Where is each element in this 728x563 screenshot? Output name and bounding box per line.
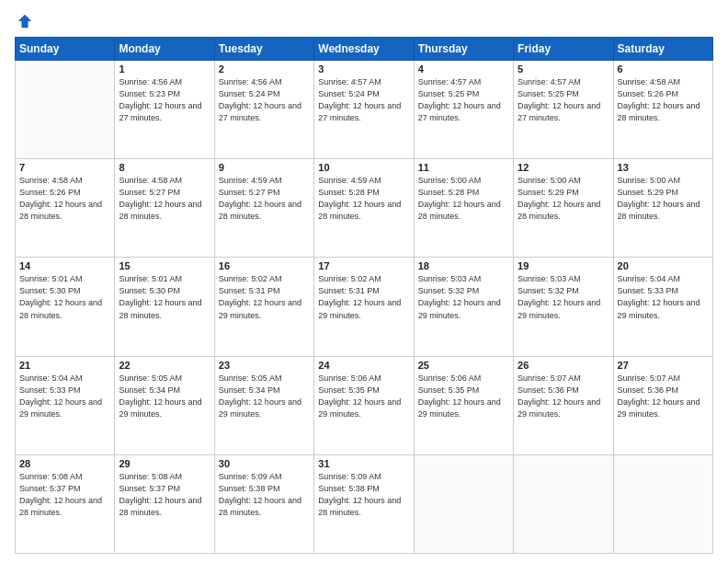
day-number: 28 (19, 458, 110, 469)
day-number: 4 (418, 63, 509, 75)
calendar-cell: 8Sunrise: 4:58 AMSunset: 5:27 PMDaylight… (115, 159, 214, 258)
col-header-monday: Monday (115, 38, 214, 61)
calendar-cell: 9Sunrise: 4:59 AMSunset: 5:27 PMDaylight… (214, 159, 313, 258)
calendar-cell: 30Sunrise: 5:09 AMSunset: 5:38 PMDayligh… (214, 454, 313, 553)
day-number: 22 (119, 360, 210, 371)
day-number: 19 (518, 260, 609, 271)
calendar-cell: 2Sunrise: 4:56 AMSunset: 5:24 PMDaylight… (214, 61, 313, 159)
day-info: Sunrise: 5:00 AMSunset: 5:29 PMDaylight:… (518, 175, 609, 223)
week-row-4: 21Sunrise: 5:04 AMSunset: 5:33 PMDayligh… (16, 356, 713, 454)
calendar-cell: 26Sunrise: 5:07 AMSunset: 5:36 PMDayligh… (514, 356, 613, 454)
calendar-cell (414, 454, 513, 553)
day-number: 6 (618, 63, 709, 75)
calendar-cell: 7Sunrise: 4:58 AMSunset: 5:26 PMDaylight… (16, 159, 115, 258)
week-row-5: 28Sunrise: 5:08 AMSunset: 5:37 PMDayligh… (16, 454, 713, 553)
day-number: 30 (219, 458, 310, 469)
calendar-cell: 22Sunrise: 5:05 AMSunset: 5:34 PMDayligh… (115, 356, 214, 454)
day-number: 31 (318, 458, 409, 469)
day-number: 24 (318, 360, 409, 371)
week-row-2: 7Sunrise: 4:58 AMSunset: 5:26 PMDaylight… (16, 159, 713, 258)
day-info: Sunrise: 5:07 AMSunset: 5:36 PMDaylight:… (518, 373, 609, 420)
day-number: 29 (119, 458, 210, 469)
day-number: 17 (318, 260, 409, 271)
day-info: Sunrise: 5:01 AMSunset: 5:30 PMDaylight:… (19, 273, 110, 321)
day-number: 15 (119, 260, 210, 271)
calendar-cell: 23Sunrise: 5:05 AMSunset: 5:34 PMDayligh… (214, 356, 313, 454)
day-info: Sunrise: 5:07 AMSunset: 5:36 PMDaylight:… (618, 373, 709, 420)
day-number: 16 (219, 260, 310, 271)
calendar-cell: 19Sunrise: 5:03 AMSunset: 5:32 PMDayligh… (514, 258, 613, 356)
day-info: Sunrise: 4:58 AMSunset: 5:26 PMDaylight:… (618, 76, 709, 124)
day-info: Sunrise: 4:59 AMSunset: 5:27 PMDaylight:… (219, 175, 310, 223)
calendar-cell: 16Sunrise: 5:02 AMSunset: 5:31 PMDayligh… (214, 258, 313, 356)
logo (15, 13, 33, 29)
day-info: Sunrise: 5:04 AMSunset: 5:33 PMDaylight:… (618, 273, 709, 321)
day-info: Sunrise: 5:03 AMSunset: 5:32 PMDaylight:… (518, 273, 609, 321)
week-row-3: 14Sunrise: 5:01 AMSunset: 5:30 PMDayligh… (16, 258, 713, 356)
day-info: Sunrise: 5:05 AMSunset: 5:34 PMDaylight:… (219, 373, 310, 420)
day-number: 10 (318, 162, 409, 173)
calendar-cell: 27Sunrise: 5:07 AMSunset: 5:36 PMDayligh… (613, 356, 712, 454)
col-header-friday: Friday (514, 38, 613, 61)
calendar-cell: 4Sunrise: 4:57 AMSunset: 5:25 PMDaylight… (414, 61, 513, 159)
day-info: Sunrise: 5:06 AMSunset: 5:35 PMDaylight:… (318, 373, 409, 420)
day-number: 2 (219, 63, 310, 75)
page: SundayMondayTuesdayWednesdayThursdayFrid… (0, 0, 728, 563)
calendar-cell: 29Sunrise: 5:08 AMSunset: 5:37 PMDayligh… (115, 454, 214, 553)
calendar-cell: 28Sunrise: 5:08 AMSunset: 5:37 PMDayligh… (16, 454, 115, 553)
calendar-cell (16, 61, 115, 159)
day-number: 25 (418, 360, 509, 371)
day-info: Sunrise: 5:02 AMSunset: 5:31 PMDaylight:… (219, 273, 310, 321)
week-row-1: 1Sunrise: 4:56 AMSunset: 5:23 PMDaylight… (16, 61, 713, 159)
calendar-table: SundayMondayTuesdayWednesdayThursdayFrid… (15, 37, 713, 554)
day-info: Sunrise: 5:04 AMSunset: 5:33 PMDaylight:… (19, 373, 110, 420)
logo-icon (17, 13, 33, 29)
calendar-cell: 6Sunrise: 4:58 AMSunset: 5:26 PMDaylight… (613, 61, 712, 159)
calendar-cell: 18Sunrise: 5:03 AMSunset: 5:32 PMDayligh… (414, 258, 513, 356)
day-number: 23 (219, 360, 310, 371)
day-info: Sunrise: 4:57 AMSunset: 5:25 PMDaylight:… (418, 76, 509, 124)
day-number: 13 (618, 162, 709, 173)
day-info: Sunrise: 5:00 AMSunset: 5:28 PMDaylight:… (418, 175, 509, 223)
day-number: 14 (19, 260, 110, 271)
day-info: Sunrise: 4:58 AMSunset: 5:27 PMDaylight:… (119, 175, 210, 223)
day-info: Sunrise: 5:05 AMSunset: 5:34 PMDaylight:… (119, 373, 210, 420)
day-info: Sunrise: 4:56 AMSunset: 5:23 PMDaylight:… (119, 76, 210, 124)
day-number: 21 (19, 360, 110, 371)
day-info: Sunrise: 5:06 AMSunset: 5:35 PMDaylight:… (418, 373, 509, 420)
calendar-cell: 1Sunrise: 4:56 AMSunset: 5:23 PMDaylight… (115, 61, 214, 159)
calendar-cell: 3Sunrise: 4:57 AMSunset: 5:24 PMDaylight… (314, 61, 414, 159)
day-number: 18 (418, 260, 509, 271)
calendar-cell: 12Sunrise: 5:00 AMSunset: 5:29 PMDayligh… (514, 159, 613, 258)
calendar-cell: 10Sunrise: 4:59 AMSunset: 5:28 PMDayligh… (314, 159, 414, 258)
day-number: 11 (418, 162, 509, 173)
calendar-cell: 14Sunrise: 5:01 AMSunset: 5:30 PMDayligh… (16, 258, 115, 356)
day-info: Sunrise: 5:09 AMSunset: 5:38 PMDaylight:… (219, 471, 310, 519)
col-header-tuesday: Tuesday (214, 38, 313, 61)
calendar-cell: 5Sunrise: 4:57 AMSunset: 5:25 PMDaylight… (514, 61, 613, 159)
header (15, 13, 713, 29)
day-number: 5 (518, 63, 609, 75)
day-info: Sunrise: 4:57 AMSunset: 5:25 PMDaylight:… (518, 76, 609, 124)
day-number: 26 (518, 360, 609, 371)
col-header-sunday: Sunday (16, 38, 115, 61)
day-number: 20 (618, 260, 709, 271)
day-number: 7 (19, 162, 110, 173)
day-info: Sunrise: 5:02 AMSunset: 5:31 PMDaylight:… (318, 273, 409, 321)
col-header-wednesday: Wednesday (314, 38, 414, 61)
day-number: 3 (318, 63, 409, 75)
day-info: Sunrise: 5:01 AMSunset: 5:30 PMDaylight:… (119, 273, 210, 321)
calendar-cell: 31Sunrise: 5:09 AMSunset: 5:38 PMDayligh… (314, 454, 414, 553)
calendar-cell: 24Sunrise: 5:06 AMSunset: 5:35 PMDayligh… (314, 356, 414, 454)
calendar-cell (514, 454, 613, 553)
day-number: 8 (119, 162, 210, 173)
day-info: Sunrise: 4:56 AMSunset: 5:24 PMDaylight:… (219, 76, 310, 124)
day-info: Sunrise: 5:00 AMSunset: 5:29 PMDaylight:… (618, 175, 709, 223)
day-number: 12 (518, 162, 609, 173)
day-info: Sunrise: 5:09 AMSunset: 5:38 PMDaylight:… (318, 471, 409, 519)
calendar-cell: 25Sunrise: 5:06 AMSunset: 5:35 PMDayligh… (414, 356, 513, 454)
calendar-cell: 20Sunrise: 5:04 AMSunset: 5:33 PMDayligh… (613, 258, 712, 356)
calendar-cell: 13Sunrise: 5:00 AMSunset: 5:29 PMDayligh… (613, 159, 712, 258)
calendar-cell: 11Sunrise: 5:00 AMSunset: 5:28 PMDayligh… (414, 159, 513, 258)
calendar-cell: 21Sunrise: 5:04 AMSunset: 5:33 PMDayligh… (16, 356, 115, 454)
